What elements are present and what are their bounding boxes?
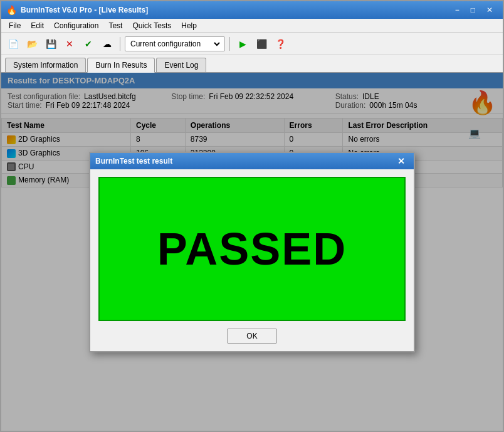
menu-help[interactable]: Help (176, 20, 202, 31)
toolbar: 📄 📂 💾 ✕ ✔ ☁ Current configuration Defaul… (1, 33, 503, 55)
modal-body: PASSED OK (90, 169, 414, 351)
help-button[interactable]: ❓ (272, 36, 288, 52)
title-bar-left: 🔥 BurnInTest V6.0 Pro - [Live Results] (6, 5, 148, 15)
tab-bar: System Information Burn In Results Event… (1, 55, 503, 73)
new-button[interactable]: 📄 (5, 36, 21, 52)
play-icon: ▶ (239, 39, 246, 49)
config-select[interactable]: Current configuration Default configurat… (128, 39, 222, 49)
maximize-button[interactable]: □ (466, 4, 480, 16)
passed-text: PASSED (157, 223, 347, 275)
app-icon: 🔥 (6, 5, 17, 15)
stop-button[interactable]: ✕ (61, 36, 78, 52)
help-icon: ❓ (275, 39, 286, 49)
open-button[interactable]: 📂 (24, 36, 40, 52)
menu-test[interactable]: Test (103, 20, 127, 31)
toolbar-separator-1 (120, 37, 120, 51)
cloud-button[interactable]: ☁ (99, 36, 115, 52)
minimize-button[interactable]: − (450, 4, 465, 16)
tab-event-log[interactable]: Event Log (156, 58, 206, 72)
play-button[interactable]: ▶ (234, 36, 251, 52)
close-button[interactable]: ✕ (481, 4, 498, 16)
save-button[interactable]: 💾 (43, 36, 59, 52)
menu-bar: File Edit Configuration Test Quick Tests… (1, 19, 503, 33)
modal-title: BurnInTest test result (95, 157, 172, 166)
stop-icon: ✕ (66, 39, 73, 49)
tab-burn-in-results[interactable]: Burn In Results (87, 58, 155, 73)
menu-quick-tests[interactable]: Quick Tests (127, 20, 176, 31)
menu-edit[interactable]: Edit (26, 20, 49, 31)
modal-overlay: BurnInTest test result ✕ PASSED OK (1, 73, 503, 431)
menu-file[interactable]: File (4, 20, 26, 31)
halt-button[interactable]: ⬛ (253, 36, 270, 52)
new-icon: 📄 (8, 39, 19, 49)
title-bar: 🔥 BurnInTest V6.0 Pro - [Live Results] −… (1, 1, 503, 19)
tab-system-information[interactable]: System Information (5, 58, 86, 72)
modal-close-button[interactable]: ✕ (394, 156, 409, 166)
cloud-icon: ☁ (103, 39, 112, 49)
content-area: Results for DESKTOP-MDAPQ2A Test configu… (1, 73, 503, 431)
check-button[interactable]: ✔ (80, 36, 97, 52)
ok-button[interactable]: OK (227, 329, 276, 344)
modal-title-bar: BurnInTest test result ✕ (90, 153, 414, 169)
menu-configuration[interactable]: Configuration (49, 20, 103, 31)
title-controls: − □ ✕ (450, 4, 498, 16)
check-icon: ✔ (85, 39, 92, 49)
open-icon: 📂 (27, 39, 38, 49)
toolbar-separator-2 (229, 37, 230, 51)
passed-banner: PASSED (98, 177, 406, 321)
halt-icon: ⬛ (256, 39, 267, 49)
config-dropdown[interactable]: Current configuration Default configurat… (125, 36, 225, 51)
main-window: 🔥 BurnInTest V6.0 Pro - [Live Results] −… (0, 0, 504, 432)
window-title: BurnInTest V6.0 Pro - [Live Results] (21, 6, 148, 14)
save-icon: 💾 (46, 39, 56, 49)
modal-dialog: BurnInTest test result ✕ PASSED OK (89, 152, 415, 352)
